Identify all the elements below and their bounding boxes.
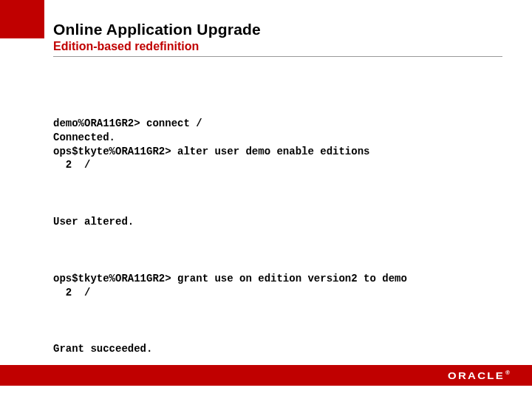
slide-title: Online Application Upgrade [53, 21, 502, 38]
slide-header: Online Application Upgrade Edition-based… [53, 21, 502, 53]
code-block-2: User altered. [53, 215, 502, 229]
code-block-4: Grant succeeded. [53, 342, 502, 356]
header-divider [53, 56, 502, 57]
slide-subtitle: Edition-based redefinition [53, 40, 502, 53]
code-block-3: ops$tkyte%ORA11GR2> grant use on edition… [53, 272, 502, 300]
trademark-symbol: ® [505, 370, 510, 375]
footer-bar: ORACLE® [0, 365, 532, 386]
oracle-logo: ORACLE® [448, 370, 510, 381]
logo-text: ORACLE [448, 370, 505, 381]
code-block-1: demo%ORA11GR2> connect / Connected. ops$… [53, 117, 502, 173]
accent-block [0, 0, 44, 38]
code-content: demo%ORA11GR2> connect / Connected. ops$… [53, 89, 502, 385]
